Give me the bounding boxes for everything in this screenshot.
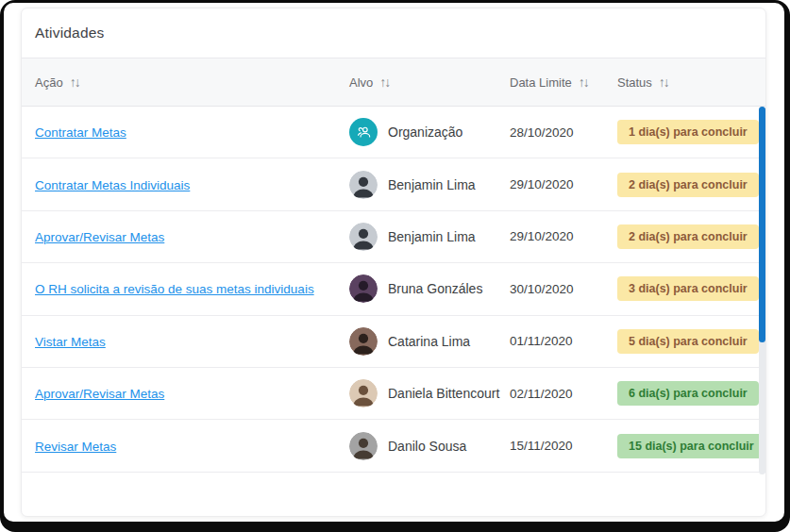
target-name: Organização xyxy=(388,125,462,140)
target-cell: Organização xyxy=(349,118,510,146)
table-row: Aprovar/Revisar Metas Daniela Bittencour… xyxy=(22,368,765,420)
target-cell: Benjamin Lima xyxy=(349,223,510,251)
status-cell: 3 dia(s) para concluir xyxy=(617,276,759,301)
activities-card: Atividades Ação ↑↓ Alvo ↑↓ Data Limite ↑… xyxy=(21,8,766,517)
target-name: Benjamin Lima xyxy=(388,177,476,192)
status-cell: 1 dia(s) para concluir xyxy=(617,120,759,144)
sort-icon[interactable]: ↑↓ xyxy=(579,75,588,89)
target-name: Benjamin Lima xyxy=(388,229,476,244)
status-badge: 1 dia(s) para concluir xyxy=(617,120,759,144)
due-date: 28/10/2020 xyxy=(510,125,617,140)
target-name: Bruna Gonzáles xyxy=(388,281,482,296)
status-cell: 2 dia(s) para concluir xyxy=(617,173,759,197)
column-header-alvo[interactable]: Alvo ↑↓ xyxy=(349,75,510,90)
target-name: Daniela Bittencourt xyxy=(388,386,499,401)
action-cell: O RH solicita a revisão de suas metas in… xyxy=(35,280,349,297)
status-cell: 5 dia(s) para concluir xyxy=(617,329,759,354)
page-background: Atividades Ação ↑↓ Alvo ↑↓ Data Limite ↑… xyxy=(4,3,784,522)
person-avatar xyxy=(349,274,378,303)
table-row: Revisar Metas Danilo Sousa 15/11/2020 15… xyxy=(22,420,765,472)
status-badge: 6 dia(s) para concluir xyxy=(617,381,759,406)
status-cell: 6 dia(s) para concluir xyxy=(617,381,759,406)
table-body: Contratar Metas Organização 28/10/2020 1… xyxy=(22,107,765,473)
table-row: Aprovar/Revisar Metas Benjamin Lima 29/1… xyxy=(22,211,765,263)
table-row: Contratar Metas Organização 28/10/2020 1… xyxy=(22,107,765,158)
organization-avatar-icon xyxy=(349,118,378,146)
action-cell: Contratar Metas Individuais xyxy=(35,176,349,193)
target-cell: Catarina Lima xyxy=(349,327,510,356)
person-avatar xyxy=(349,223,378,251)
table-row: Vistar Metas Catarina Lima 01/11/2020 5 … xyxy=(22,316,765,368)
due-date: 29/10/2020 xyxy=(510,229,617,243)
target-cell: Benjamin Lima xyxy=(349,171,510,199)
column-header-data-limite[interactable]: Data Limite ↑↓ xyxy=(510,75,617,90)
target-cell: Bruna Gonzáles xyxy=(349,274,510,303)
status-badge: 3 dia(s) para concluir xyxy=(617,276,759,301)
target-cell: Daniela Bittencourt xyxy=(349,379,510,407)
scrollbar-track[interactable] xyxy=(759,107,765,474)
person-avatar xyxy=(349,171,378,199)
action-cell: Vistar Metas xyxy=(35,333,349,350)
status-badge: 15 dia(s) para concluir xyxy=(617,434,765,458)
action-cell: Contratar Metas xyxy=(35,124,349,141)
scrollbar-thumb[interactable] xyxy=(759,107,765,342)
action-link[interactable]: Vistar Metas xyxy=(35,335,106,349)
column-header-status[interactable]: Status ↑↓ xyxy=(617,75,747,90)
due-date: 29/10/2020 xyxy=(510,177,617,191)
action-link[interactable]: Aprovar/Revisar Metas xyxy=(35,387,164,401)
target-name: Danilo Sousa xyxy=(388,439,466,454)
action-link[interactable]: O RH solicita a revisão de suas metas in… xyxy=(35,282,314,296)
table-header-row: Ação ↑↓ Alvo ↑↓ Data Limite ↑↓ Status ↑↓ xyxy=(22,58,765,107)
action-link[interactable]: Revisar Metas xyxy=(35,440,116,454)
sort-icon[interactable]: ↑↓ xyxy=(659,75,668,89)
action-cell: Revisar Metas xyxy=(35,438,349,455)
target-name: Catarina Lima xyxy=(388,334,470,349)
column-label: Alvo xyxy=(349,75,373,90)
sort-icon[interactable]: ↑↓ xyxy=(70,75,79,89)
status-badge: 2 dia(s) para concluir xyxy=(617,173,759,197)
due-date: 15/11/2020 xyxy=(510,439,617,453)
status-cell: 15 dia(s) para concluir xyxy=(617,434,765,458)
target-cell: Danilo Sousa xyxy=(349,432,510,460)
action-link[interactable]: Contratar Metas xyxy=(35,125,126,140)
status-badge: 2 dia(s) para concluir xyxy=(617,224,759,249)
action-cell: Aprovar/Revisar Metas xyxy=(35,385,349,402)
due-date: 01/11/2020 xyxy=(510,334,617,348)
person-avatar xyxy=(349,432,378,460)
column-header-acao[interactable]: Ação ↑↓ xyxy=(35,75,349,90)
column-label: Status xyxy=(617,75,652,90)
column-label: Ação xyxy=(35,75,63,90)
card-header: Atividades xyxy=(22,8,765,58)
person-avatar xyxy=(349,379,378,407)
sort-icon[interactable]: ↑↓ xyxy=(379,75,389,89)
column-label: Data Limite xyxy=(510,75,572,90)
page-title: Atividades xyxy=(35,25,105,42)
table-row: O RH solicita a revisão de suas metas in… xyxy=(22,263,765,315)
action-link[interactable]: Aprovar/Revisar Metas xyxy=(35,230,164,244)
status-badge: 5 dia(s) para concluir xyxy=(617,329,759,354)
action-cell: Aprovar/Revisar Metas xyxy=(35,228,349,245)
due-date: 02/11/2020 xyxy=(510,387,617,401)
action-link[interactable]: Contratar Metas Individuais xyxy=(35,178,190,192)
due-date: 30/10/2020 xyxy=(510,282,617,296)
screenshot-frame: Atividades Ação ↑↓ Alvo ↑↓ Data Limite ↑… xyxy=(0,0,790,532)
table-row: Contratar Metas Individuais Benjamin Lim… xyxy=(22,158,765,210)
status-cell: 2 dia(s) para concluir xyxy=(617,224,759,249)
person-avatar xyxy=(349,327,378,356)
